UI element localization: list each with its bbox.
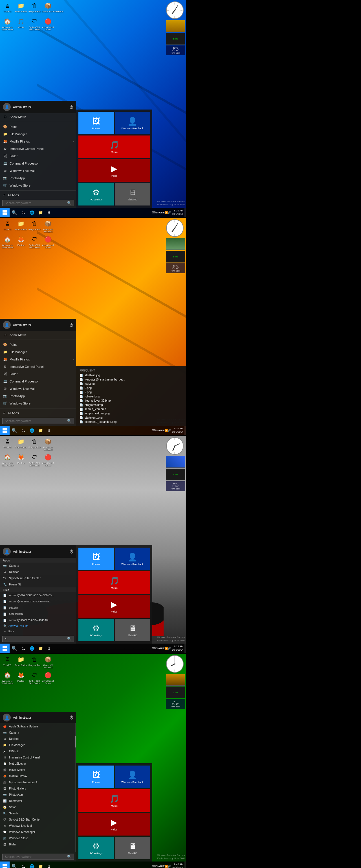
tray-lang-3[interactable]: ENG — [156, 647, 161, 650]
power-button-1[interactable]: ⏻ — [69, 105, 73, 109]
start-item-store-1[interactable]: 🛒 Windows Store — [0, 182, 76, 189]
frequent-item-4[interactable]: 📄 2.png — [76, 390, 186, 394]
tile-video-3[interactable]: ▶ Video — [78, 595, 150, 618]
di-firefox-s3[interactable]: 🦊Firefox — [15, 453, 27, 466]
app-search-4[interactable]: 🔍Search — [0, 810, 76, 816]
taskbar-explorer-1[interactable]: 📁 — [36, 208, 44, 217]
frequent-item-6[interactable]: 📄 freq_rollover-32.bmp — [76, 399, 186, 403]
di-peterrollar-s3[interactable]: 📁Peter Rollar — [15, 437, 27, 451]
app-filemanager-4[interactable]: 📁FileManager — [0, 742, 76, 748]
start-item-controlpanel-2[interactable]: ⚙ Immersive Control Panel — [0, 363, 76, 370]
start-button-4[interactable] — [0, 862, 9, 868]
taskbar-extra-3[interactable]: 🖥 — [44, 644, 53, 653]
frequent-item-2[interactable]: 📄 test.png — [76, 382, 186, 386]
di-spybot-s3[interactable]: 🛡Spybot-S&DStart Center — [28, 453, 41, 466]
app-spybot-3[interactable]: 🛡Spybot-S&D Start Center — [0, 575, 76, 581]
tile-video-1[interactable]: ▶ Video — [78, 159, 150, 182]
app-gimp-4[interactable]: 🖌GIMP 2 — [0, 748, 76, 754]
taskbar-extra-2[interactable]: 🖥 — [44, 426, 53, 435]
tile-music-3[interactable]: 🎵 Music — [78, 571, 150, 594]
tray-lang-2[interactable]: ENG — [156, 429, 161, 432]
taskbar-taskview-2[interactable]: 🗂 — [19, 426, 28, 435]
di-recyclebin-s2[interactable]: 🗑Recycle Bin — [28, 219, 41, 232]
all-apps-btn-2[interactable]: ⊞ All Apps — [0, 410, 76, 416]
taskbar-extra-1[interactable]: 🖥 — [44, 208, 53, 217]
start-item-filemanager-2[interactable]: 📁 FileManager — [0, 348, 76, 356]
tray-lang-1[interactable]: ENG — [156, 211, 161, 214]
app-livemail-4[interactable]: ✉Windows Live Mail — [0, 823, 76, 829]
app-controlpanel-4[interactable]: ⚙Immersive Control Panel — [0, 754, 76, 761]
start-button-1[interactable] — [0, 208, 9, 217]
tray-clock-4[interactable]: 9:40 AM 10/5/2014 — [171, 863, 185, 868]
tray-vol-2[interactable]: 🔊 — [168, 429, 171, 432]
search-input-3[interactable] — [5, 637, 67, 641]
tile-photos-4[interactable]: 🖼 Photos — [78, 766, 114, 788]
frequent-item-5[interactable]: 📄 rollover.bmp — [76, 394, 186, 399]
di-spybot-s2[interactable]: 🛡Spybot-S&DStart Center — [28, 235, 41, 248]
app-camera-3[interactable]: 📷Camera — [0, 563, 76, 569]
tray-keyboard-2[interactable]: ⌨ — [152, 429, 156, 432]
di-techpreview-s4[interactable]: 🏠Welcome toTech Preview — [1, 671, 13, 684]
di-avira-s3[interactable]: 🔴Avira ControlCenter — [42, 453, 54, 466]
tile-feedback-3[interactable]: 👤 Windows Feedback — [115, 548, 150, 570]
di-thispc-s4[interactable]: 🖥This PC — [1, 655, 13, 669]
start-item-firefox-1[interactable]: 🦊 Mozilla Firefox › — [0, 138, 76, 145]
di-peterrollar-s4[interactable]: 📁Peter Rollar — [15, 655, 27, 669]
tile-music-1[interactable]: 🎵 Music — [78, 135, 150, 158]
taskbar-search-2[interactable]: 🔍 — [9, 426, 19, 435]
desktop-icon-thispc[interactable]: 🖥 This PC — [1, 1, 13, 13]
start-item-livemail-2[interactable]: ✉ Windows Live Mail — [0, 385, 76, 392]
taskbar-search-1[interactable]: 🔍 — [9, 208, 19, 217]
taskbar-explorer-2[interactable]: 📁 — [36, 426, 44, 435]
start-item-firefox-2[interactable]: 🦊 Mozilla Firefox › — [0, 356, 76, 363]
di-techpreview-s2[interactable]: 🏠Welcome toTech Preview — [1, 235, 13, 248]
tile-music-4[interactable]: 🎵 Music — [78, 789, 150, 812]
file-item-3-3[interactable]: 📄oeconfig.xml — [0, 611, 76, 617]
taskbar-ie-3[interactable]: 🌐 — [28, 644, 36, 653]
taskbar-explorer-3[interactable]: 📁 — [36, 644, 44, 653]
app-desktop-3[interactable]: 🖥Desktop — [0, 569, 76, 575]
di-vbox-s2[interactable]: 📦Oracle VMVirtualBox — [42, 219, 54, 232]
app-photogallery-4[interactable]: 🖼Photo Gallery — [0, 785, 76, 792]
di-peterrollar-s2[interactable]: 📁Peter Rollar — [15, 219, 27, 232]
desktop-icon-recyclebin[interactable]: 🗑 Recycle Bin — [28, 1, 41, 13]
tray-lang-4[interactable]: ENG — [156, 865, 161, 868]
tile-photos-3[interactable]: 🖼 Photos — [78, 548, 114, 570]
tray-wifi-1[interactable]: 📶 — [165, 211, 168, 214]
di-spybot-s4[interactable]: 🛡Spybot-S&DStart Center — [28, 671, 41, 684]
taskbar-explorer-4[interactable]: 📁 — [36, 862, 44, 868]
start-item-store-2[interactable]: 🛒 Windows Store — [0, 400, 76, 407]
taskbar-taskview-4[interactable]: 🗂 — [19, 862, 28, 868]
taskbar-search-4[interactable]: 🔍 — [9, 862, 19, 868]
taskbar-ie-1[interactable]: 🌐 — [28, 208, 36, 217]
tray-keyboard-4[interactable]: ⌨ — [152, 865, 156, 868]
search-box-3[interactable]: 🔍 — [2, 636, 74, 642]
start-item-bilder-2[interactable]: 🖼 Bilder — [0, 370, 76, 378]
power-button-4[interactable]: ⏻ — [69, 715, 73, 720]
start-item-showmetro-1[interactable]: ⊞ Show Metro — [0, 113, 76, 121]
di-vbox-s3[interactable]: 📦Oracle VMVirtualBox — [42, 437, 54, 451]
tile-pcsettings-3[interactable]: ⚙ PC settings — [78, 619, 114, 641]
di-techpreview-s3[interactable]: 🏠Welcome toTech Preview — [1, 453, 13, 466]
di-firefox-s2[interactable]: 🦊Firefox — [15, 235, 27, 248]
search-input-2[interactable] — [5, 419, 67, 423]
app-photosapp-4[interactable]: 📷PhotosApp — [0, 792, 76, 798]
search-box-4[interactable]: 🔍 — [2, 854, 74, 860]
start-item-showmetro-2[interactable]: ⊞ Show Metro — [0, 331, 76, 338]
di-firefox-s4[interactable]: 🦊Firefox — [15, 671, 27, 684]
desktop-icon-virtualbox[interactable]: 📦 Oracle VM VirtualBox — [42, 1, 54, 13]
file-item-2-3[interactable]: 📄edb.chk — [0, 604, 76, 611]
frequent-item-1[interactable]: 📄 windows10_startmenu_by_pet... — [76, 377, 186, 382]
tray-keyboard-3[interactable]: ⌨ — [152, 647, 156, 650]
di-thispc-s3[interactable]: 🖥This PC — [1, 437, 13, 451]
app-messenger-4[interactable]: 💬Windows Messenger — [0, 829, 76, 835]
start-button-2[interactable] — [0, 426, 9, 435]
taskbar-taskview-3[interactable]: 🗂 — [19, 644, 28, 653]
all-apps-btn-1[interactable]: ⊞ All Apps — [0, 192, 76, 198]
tile-photos-1[interactable]: 🖼 Photos — [78, 112, 114, 134]
app-store-4[interactable]: 🛒Windows Store — [0, 835, 76, 841]
start-item-bilder-1[interactable]: 🖼 Bilder — [0, 152, 76, 160]
di-avira-s2[interactable]: 🔴Avira ControlCenter — [42, 235, 54, 248]
tray-lang2-1[interactable]: DE — [161, 211, 165, 214]
start-item-photos-2[interactable]: 📷 PhotosApp — [0, 392, 76, 400]
